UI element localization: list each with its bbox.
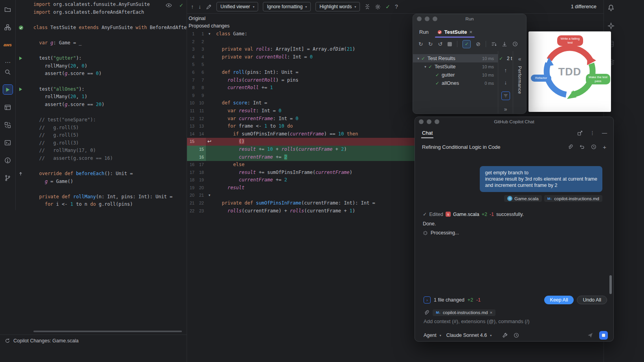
code-line[interactable]: private def rollMany(n: Int, pins: Int):… — [16, 193, 187, 201]
rerun-failed-icon[interactable]: ↻ — [428, 41, 433, 47]
code-line[interactable]: // rollMany(17, 0) — [16, 147, 187, 155]
code-line[interactable]: // g.roll(5) — [16, 124, 187, 132]
test-tree-row[interactable]: ✓allOnes0 ms — [413, 79, 498, 87]
code-line[interactable] — [16, 16, 187, 24]
code-line[interactable] — [16, 31, 187, 39]
test-tree-row[interactable]: ▾✓Test Results10 ms — [413, 54, 498, 62]
code-line[interactable]: import org.scalatest.funsuite.AnyFunSuit… — [16, 1, 187, 9]
expand-changes-icon[interactable]: › — [424, 296, 431, 303]
code-line[interactable]: test("gutter"): — [16, 55, 187, 62]
undo-icon[interactable] — [579, 144, 585, 150]
model-selector[interactable]: Claude Sonnet 4.6 — [446, 333, 487, 338]
override-gutter-icon[interactable] — [16, 170, 33, 178]
problems-icon[interactable] — [3, 155, 13, 165]
help-icon[interactable]: ? — [395, 4, 398, 10]
tools-icon[interactable] — [502, 333, 508, 338]
code-line[interactable] — [16, 162, 187, 170]
run-test-gutter-icon[interactable] — [16, 86, 33, 93]
code-line[interactable] — [16, 78, 187, 86]
git-branch-icon[interactable] — [3, 173, 13, 183]
show-ignored-icon[interactable]: ⊘ — [476, 41, 481, 47]
aws-toolkit-icon[interactable]: aws — [3, 40, 13, 49]
window-controls[interactable] — [419, 119, 439, 124]
collapse-panel-icon[interactable]: « — [518, 56, 521, 62]
run-tool-window-icon[interactable] — [3, 85, 13, 94]
window-controls[interactable] — [417, 16, 437, 21]
previous-difference-icon[interactable]: ↑ — [191, 4, 194, 10]
code-line[interactable]: rollMany(20, 0) — [16, 62, 187, 70]
test-editor[interactable]: import org.scalatest.funsuite.AnyFunSuit… — [16, 0, 187, 335]
run-class-gutter-icon[interactable] — [16, 24, 33, 32]
run-window-titlebar[interactable]: Run — [413, 14, 526, 24]
test-tree-row[interactable]: ▾✓TestSuite10 ms — [413, 62, 498, 71]
viewer-mode-dropdown[interactable]: Unified viewer▾ — [217, 2, 258, 11]
notifications-bell-icon[interactable] — [606, 3, 616, 13]
performance-tab[interactable]: Performance — [517, 66, 522, 94]
agent-mode-selector[interactable]: Agent — [424, 333, 437, 338]
edited-file-link[interactable]: Game.scala — [453, 212, 479, 217]
keep-all-button[interactable]: Keep All — [544, 296, 574, 304]
project-folder-icon[interactable] — [3, 5, 13, 14]
build-icon[interactable] — [3, 102, 13, 112]
code-line[interactable]: var g: Game = _ — [16, 39, 187, 47]
code-line[interactable]: assert(g.score == 0) — [16, 70, 187, 78]
rerun-icon[interactable]: ↻ — [418, 41, 423, 47]
next-test-icon[interactable]: ↓ — [504, 79, 507, 86]
code-line[interactable] — [16, 185, 187, 193]
context-chip-instructions[interactable]: M↓ copilot-instructions.md × — [433, 309, 495, 316]
editor-horizontal-scrollbar[interactable] — [33, 331, 182, 332]
code-line[interactable]: class TestSuite extends AnyFunSuite with… — [16, 24, 187, 32]
more-options-icon[interactable]: » — [504, 106, 507, 112]
formatting-dropdown[interactable]: Ignore formatting▾ — [263, 2, 311, 11]
code-line[interactable]: // g.roll(5) — [16, 132, 187, 139]
tab-testsuite[interactable]: TestSuite × — [433, 26, 476, 38]
code-line[interactable] — [16, 47, 187, 55]
code-line[interactable] — [16, 108, 187, 116]
code-line[interactable]: for i <- 1 to n do g.roll(pins) — [16, 201, 187, 208]
code-line[interactable]: assert(g.score == 20) — [16, 101, 187, 109]
send-icon[interactable] — [587, 332, 593, 338]
chat-input[interactable] — [424, 318, 605, 324]
code-line[interactable]: // g.roll(3) — [16, 139, 187, 147]
stop-icon[interactable] — [448, 42, 452, 46]
services-icon[interactable] — [3, 120, 13, 130]
tree-chevron-icon[interactable]: ▾ — [415, 57, 421, 60]
inspections-ok-icon[interactable]: ✓ — [179, 2, 183, 8]
show-passed-icon[interactable]: ✓ — [462, 40, 471, 48]
tab-run[interactable]: Run — [415, 26, 433, 38]
code-line[interactable]: g = Game() — [16, 178, 187, 186]
fold-chevron-icon[interactable]: ▾ — [206, 30, 213, 38]
minimize-icon[interactable]: — — [602, 130, 607, 136]
inspections-eye-icon[interactable] — [165, 2, 172, 9]
ai-assistant-icon[interactable] — [606, 21, 616, 31]
tree-chevron-icon[interactable]: ▾ — [422, 65, 428, 69]
settings-gear-icon[interactable] — [375, 4, 381, 10]
context-chip-instructions[interactable]: M↓ copilot-instructions.md — [544, 195, 602, 202]
code-line[interactable]: rollMany(20, 1) — [16, 93, 187, 101]
structure-icon[interactable] — [3, 22, 13, 32]
stop-generation-button[interactable] — [599, 331, 608, 340]
highlight-dropdown[interactable]: Highlight words▾ — [316, 2, 360, 11]
refresh-icon[interactable] — [514, 333, 519, 338]
collapse-unchanged-icon[interactable] — [365, 4, 370, 9]
auto-rerun-icon[interactable]: ↺ — [438, 41, 442, 47]
sort-tests-icon[interactable] — [491, 41, 497, 47]
open-in-editor-icon[interactable] — [577, 130, 583, 136]
paperclip-icon[interactable] — [424, 310, 429, 315]
kebab-menu-icon[interactable]: ⋮ — [590, 130, 595, 136]
fold-chevron-icon[interactable]: ▾ — [206, 192, 213, 199]
more-tool-windows-icon[interactable]: ⋯ — [3, 58, 13, 67]
code-line[interactable]: // test("oneSpare"): — [16, 116, 187, 124]
run-test-gutter-icon[interactable] — [16, 55, 33, 62]
accept-changes-icon[interactable]: ✓ — [385, 4, 390, 10]
previous-test-icon[interactable]: ↑ — [504, 67, 507, 73]
edit-source-icon[interactable] — [206, 4, 212, 10]
close-tab-icon[interactable]: × — [469, 29, 472, 35]
chat-window-titlebar[interactable]: GitHub Copilot Chat — [415, 117, 613, 126]
next-difference-icon[interactable]: ↓ — [198, 4, 201, 10]
attach-context-icon[interactable] — [567, 144, 573, 150]
code-line[interactable]: import org.scalatest.BeforeAndAfterEach — [16, 9, 187, 16]
test-history-icon[interactable] — [512, 41, 518, 47]
new-chat-icon[interactable]: + — [603, 144, 606, 150]
revert-change-icon[interactable]: ↩ — [206, 138, 213, 146]
